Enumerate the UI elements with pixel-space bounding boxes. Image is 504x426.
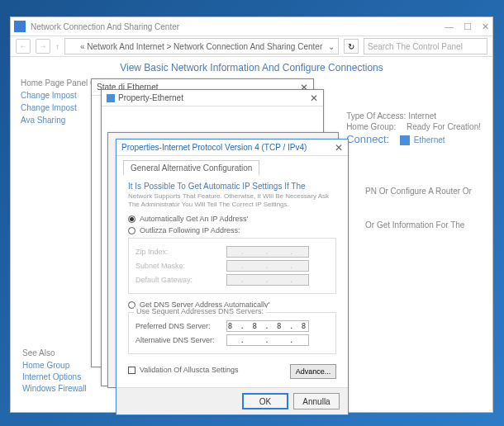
group-legend: Use Sequent Addresses DNS Servers:	[134, 307, 266, 315]
breadcrumb-text: « Network And Internet > Network Connect…	[80, 42, 322, 51]
right-info: Type Of Access: Internet Home Group: Rea…	[346, 110, 481, 147]
field-label: Preferred DNS Server:	[136, 322, 226, 330]
hint-text: Or Get Information For The	[365, 220, 481, 230]
search-input[interactable]: Search The Control Panel	[364, 38, 487, 54]
up-icon[interactable]: ↑	[55, 42, 59, 51]
field-label: Default Gateway:	[136, 276, 226, 284]
window-controls: — ☐ ✕	[445, 21, 489, 32]
field-label: Subnet Maske:	[136, 262, 226, 270]
content-header: View Basic Network Information And Confi…	[21, 62, 483, 73]
maximize-button[interactable]: ☐	[464, 21, 472, 32]
radio-icon	[128, 227, 136, 234]
subnet-row: Subnet Maske:	[136, 260, 329, 272]
cancel-button[interactable]: Annulla	[293, 393, 340, 409]
radio-label: Outlizza Following IP Address:	[140, 226, 240, 234]
connect-value: Ethernet	[414, 135, 445, 144]
window-title: Network Connection And Sharing Center	[31, 22, 179, 31]
nav-bar: ← → ↑ « Network And Internet > Network C…	[11, 36, 492, 57]
ip-fields-group: Zip Index: Subnet Maske: Default Gateway…	[128, 238, 336, 294]
preferred-dns-input[interactable]	[226, 320, 309, 332]
field-label: Alternative DNS Server:	[136, 336, 226, 344]
subnet-mask-input	[226, 260, 309, 272]
ethernet-icon	[400, 135, 410, 145]
ethernet-icon	[107, 94, 115, 102]
ip-address-row: Zip Index:	[136, 246, 329, 258]
ipv4-properties-dialog: Properties-Internet Protocol Version 4 (…	[116, 139, 349, 415]
breadcrumb-icon	[69, 42, 77, 50]
homegroup-label: Home Group:	[346, 122, 396, 131]
dialog-titlebar: Property-Ethernet ✕	[102, 90, 323, 106]
see-also-link[interactable]: Windows Firewall	[22, 384, 87, 393]
forward-button[interactable]: →	[36, 39, 50, 54]
radio-auto-ip[interactable]: Automatically Get An IP Address'	[128, 215, 336, 223]
tab-strip: General Alternative Configuration	[116, 156, 348, 175]
preferred-dns-row: Preferred DNS Server:	[136, 320, 329, 332]
dialog-titlebar: Properties-Internet Protocol Version 4 (…	[116, 140, 348, 156]
checkbox-label: Validation Of Alluscta Settings	[140, 366, 238, 374]
close-icon[interactable]: ✕	[310, 92, 318, 104]
alt-dns-input[interactable]	[226, 334, 309, 346]
alt-dns-row: Alternative DNS Server:	[136, 334, 329, 346]
see-also-title: See Also	[22, 348, 87, 357]
back-button[interactable]: ←	[16, 39, 31, 54]
refresh-button[interactable]: ↻	[344, 39, 359, 54]
checkbox-icon	[128, 367, 136, 374]
ok-button[interactable]: OK	[242, 393, 288, 409]
network-icon	[14, 21, 26, 32]
tab-general[interactable]: General Alternative Configuration	[123, 160, 259, 175]
titlebar: Network Connection And Sharing Center — …	[11, 17, 492, 36]
gateway-row: Default Gateway:	[136, 274, 329, 286]
dialog-title: Property-Ethernet	[118, 93, 183, 102]
see-also-link[interactable]: Internet Options	[22, 372, 87, 381]
dialog-buttons: OK Annulla	[116, 387, 348, 414]
see-also: See Also Home Group Internet Options Win…	[22, 348, 87, 395]
dns-fields-group: Use Sequent Addresses DNS Servers: Prefe…	[128, 312, 336, 354]
ip-address-input	[226, 246, 309, 258]
radio-icon	[128, 215, 136, 223]
dialog-body: It Is Possible To Get Automatic IP Setti…	[116, 175, 348, 386]
field-label: Zip Index:	[136, 248, 226, 256]
dialog-title: Properties-Internet Protocol Version 4 (…	[121, 143, 307, 152]
info-heading: It Is Possible To Get Automatic IP Setti…	[128, 182, 336, 191]
close-icon[interactable]: ✕	[335, 142, 343, 154]
connect-row: Connect: Ethernet	[346, 133, 481, 145]
info-subtext: Network Supports That Feature. Otherwise…	[128, 192, 336, 208]
homegroup-value: Ready For Creation!	[407, 122, 481, 131]
gateway-input	[226, 274, 309, 286]
see-also-link[interactable]: Home Group	[22, 361, 87, 370]
address-bar[interactable]: « Network And Internet > Network Connect…	[64, 38, 339, 54]
access-type: Type Of Access: Internet	[346, 111, 481, 121]
validate-row[interactable]: Validation Of Alluscta Settings Advance.…	[128, 361, 336, 379]
advance-button[interactable]: Advance...	[290, 364, 336, 379]
minimize-button[interactable]: —	[445, 21, 454, 32]
homegroup-row: Home Group: Ready For Creation!	[346, 122, 481, 131]
search-placeholder: Search The Control Panel	[368, 42, 463, 51]
connect-label: Connect:	[346, 133, 389, 145]
right-hints: PN Or Configure A Router Or Or Get Infor…	[365, 187, 481, 254]
close-button[interactable]: ✕	[482, 21, 489, 32]
radio-label: Automatically Get An IP Address'	[140, 215, 248, 223]
ethernet-link[interactable]: Ethernet	[400, 135, 445, 144]
dropdown-icon[interactable]: ⌄	[328, 42, 335, 51]
radio-manual-ip[interactable]: Outlizza Following IP Address:	[128, 226, 336, 234]
hint-text: PN Or Configure A Router Or	[365, 187, 481, 196]
